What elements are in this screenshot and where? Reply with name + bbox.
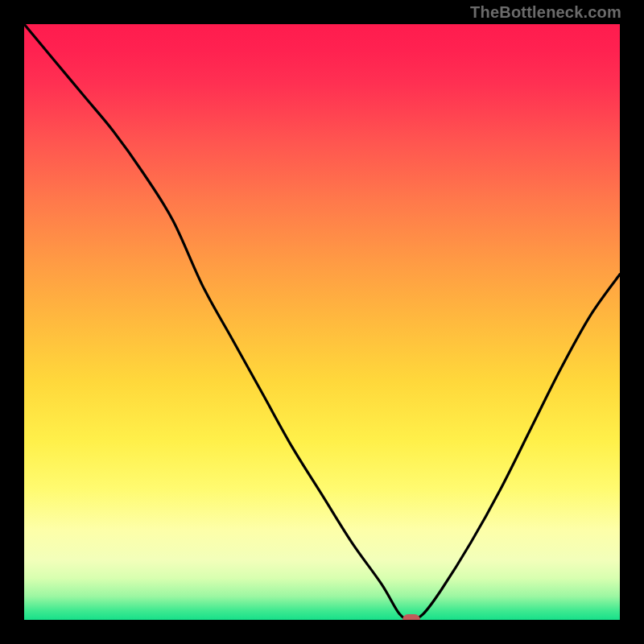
- chart-frame: TheBottleneck.com: [0, 0, 644, 644]
- attribution-text: TheBottleneck.com: [470, 3, 621, 22]
- plot-area: [24, 24, 620, 620]
- optimum-marker: [402, 614, 420, 620]
- bottleneck-curve: [24, 24, 620, 620]
